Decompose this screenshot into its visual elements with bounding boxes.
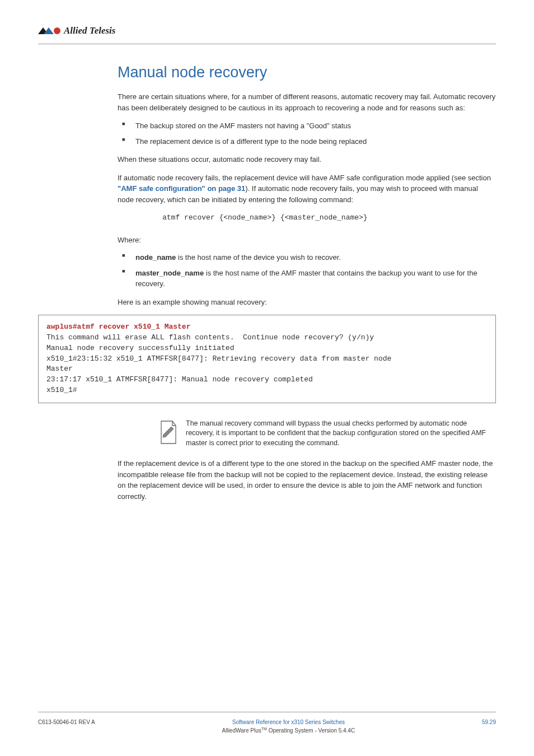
page-footer: C613-50046-01 REV A Software Reference f… — [38, 712, 496, 735]
footer-product-ref: Software Reference for x310 Series Switc… — [222, 718, 355, 726]
footer-doc-id: C613-50046-01 REV A — [38, 718, 95, 726]
command-syntax: atmf recover {<node_name>} {<master_node… — [162, 212, 496, 223]
footer-center: Software Reference for x310 Series Switc… — [222, 718, 355, 735]
term: master_node_name — [135, 269, 204, 277]
closing-paragraph: If the replacement device is of a differ… — [118, 458, 496, 502]
note-callout: The manual recovery command will bypass … — [158, 419, 496, 449]
footer-os-version: AlliedWare PlusTM Operating System - Ver… — [222, 726, 355, 735]
text-run: AlliedWare Plus — [222, 727, 261, 734]
where-label: Where: — [118, 235, 496, 246]
list-item: The replacement device is of a different… — [118, 136, 496, 147]
reason-list: The backup stored on the AMF masters not… — [118, 120, 496, 147]
section-title: Manual node recovery — [118, 61, 496, 84]
footer-divider — [38, 712, 496, 712]
page-header: Allied Telesis — [38, 24, 496, 38]
note-icon — [158, 419, 178, 446]
brand-name: Allied Telesis — [64, 24, 115, 38]
terminal-text: This command will erase ALL flash conten… — [46, 333, 391, 394]
fail-paragraph: When these situations occur, automatic n… — [118, 154, 496, 165]
trademark-symbol: TM — [261, 727, 267, 731]
header-divider — [38, 44, 496, 44]
terminal-command: awplus#atmf recover x510_1 Master — [46, 323, 190, 331]
where-list: node_name is the host name of the device… — [118, 252, 496, 290]
brand-logo-icon — [38, 26, 62, 35]
brand-logo: Allied Telesis — [38, 24, 115, 38]
term: node_name — [135, 253, 176, 262]
svg-point-2 — [54, 27, 60, 34]
list-item: master_node_name is the host name of the… — [118, 268, 496, 290]
intro-paragraph: There are certain situations where, for … — [118, 91, 496, 113]
list-item: node_name is the host name of the device… — [118, 252, 496, 263]
example-intro: Here is an example showing manual recove… — [118, 297, 496, 308]
note-text: The manual recovery command will bypass … — [186, 419, 496, 449]
text-run: If automatic node recovery fails, the re… — [118, 174, 491, 182]
list-item: The backup stored on the AMF masters not… — [118, 120, 496, 132]
terminal-output: awplus#atmf recover x510_1 Master This c… — [38, 315, 496, 403]
safe-config-link[interactable]: "AMF safe configuration" on page 31 — [118, 184, 245, 193]
term-desc: is the host name of the device you wish … — [176, 253, 341, 262]
safe-config-paragraph: If automatic node recovery fails, the re… — [118, 172, 496, 206]
footer-page-number: 59.29 — [482, 718, 496, 726]
text-run: Operating System - Version 5.4.4C — [267, 727, 355, 734]
